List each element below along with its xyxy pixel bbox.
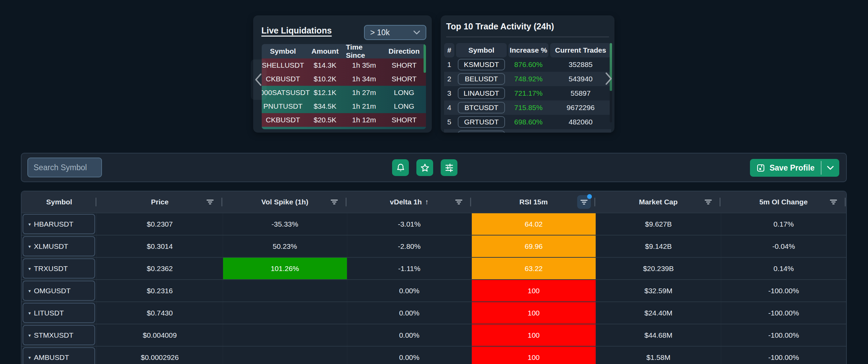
liquidation-threshold-dropdown[interactable]: > 10k	[364, 25, 426, 40]
symbol-cell[interactable]: LITUSDT	[23, 303, 95, 323]
t10-col-increase: Increase %	[508, 43, 548, 57]
live-liquidations-title: Live Liquidations	[261, 26, 332, 36]
column-header-symbol[interactable]: Symbol	[22, 191, 97, 213]
market-cap-cell: $9.627B	[596, 213, 721, 235]
toolbar-actions	[392, 159, 457, 176]
divider	[446, 37, 609, 37]
rsi-cell: 69.96	[472, 235, 596, 257]
caret-down-icon	[28, 221, 31, 227]
filter-icon[interactable]	[455, 199, 463, 205]
liq-symbol: PNUTUSDT	[262, 99, 304, 113]
liquidation-row[interactable]: CKBUSDT $10.2K 1h 34m SHORT	[262, 72, 426, 86]
liq-direction: LONG	[382, 99, 426, 113]
vol-spike-cell: -35.33%	[223, 213, 347, 235]
market-cap-cell: $9.142B	[596, 235, 721, 257]
symbol-label: XLMUSDT	[34, 242, 68, 251]
t10-increase: 715.85%	[508, 100, 548, 115]
symbol-pill[interactable]: GRTUSDT	[458, 116, 505, 128]
column-separator	[346, 198, 347, 206]
trade-activity-row: 1 KSMUSDT 876.60% 352885	[444, 57, 611, 72]
table-row[interactable]: TRXUSDT $0.2362 101.26% -1.11% 63.22 $20…	[22, 257, 846, 279]
vol-spike-cell	[223, 324, 347, 346]
liq-time: 1h 27m	[346, 86, 382, 99]
t10-increase: 698.60%	[508, 115, 548, 129]
save-profile-label: Save Profile	[769, 163, 815, 173]
save-profile-dropdown[interactable]	[821, 159, 839, 177]
symbol-pill[interactable]: KSMUSDT	[458, 59, 505, 70]
liq-time: 1h 34m	[346, 72, 382, 86]
t10-increase: 721.17%	[508, 86, 548, 100]
filter-icon[interactable]	[704, 199, 712, 205]
trade-activity-scroll-track	[610, 91, 612, 122]
favorites-button[interactable]	[416, 159, 433, 176]
column-header-vol-spike[interactable]: Vol Spike (1h)	[223, 191, 347, 213]
liquidation-row-partial	[262, 127, 426, 129]
liquidations-scrollbar[interactable]	[424, 44, 426, 73]
symbol-label: STMXUSDT	[34, 331, 74, 339]
t10-trades: 55897	[550, 86, 611, 100]
t10-col-rank: #	[444, 43, 454, 57]
save-profile-button[interactable]: Save Profile	[750, 159, 821, 177]
filter-icon[interactable]	[206, 199, 214, 205]
rsi-cell: 100	[472, 280, 596, 301]
column-separator	[221, 198, 222, 206]
liq-amount: $20.5K	[304, 113, 346, 127]
liquidation-row[interactable]: 1000SATSUSDT $12.1K 1h 27m LONG	[262, 86, 426, 99]
chevron-right-icon[interactable]	[604, 72, 613, 85]
filters-button[interactable]	[441, 159, 457, 176]
column-header-price[interactable]: Price	[97, 191, 223, 213]
t10-rank: 3	[444, 86, 454, 100]
column-separator	[470, 198, 471, 206]
symbol-pill[interactable]: BTCUSDT	[458, 102, 505, 113]
caret-down-icon	[28, 288, 31, 294]
liquidation-threshold-value: > 10k	[370, 28, 390, 37]
search-input[interactable]	[27, 158, 102, 177]
trade-activity-row: 5 GRTUSDT 698.60% 482060	[444, 115, 611, 129]
t10-rank: 2	[444, 72, 454, 86]
vdelta-cell: 0.00%	[347, 324, 472, 346]
symbol-label: TRXUSDT	[34, 265, 68, 273]
liq-symbol: SHELLUSDT	[262, 58, 304, 72]
liq-symbol: CKBUSDT	[262, 72, 304, 86]
column-header-oi-change[interactable]: 5m OI Change	[721, 191, 846, 213]
save-icon	[756, 163, 765, 173]
vdelta-cell: -3.01%	[347, 213, 472, 235]
filter-icon[interactable]	[830, 199, 837, 205]
liq-amount: $34.5K	[304, 99, 346, 113]
alerts-button[interactable]	[392, 159, 409, 176]
sort-asc-icon: ↑	[425, 198, 429, 206]
symbol-cell[interactable]: OMGUSDT	[23, 281, 95, 301]
column-header-rsi[interactable]: RSI 15m	[471, 191, 596, 213]
table-row[interactable]: XLMUSDT $0.3014 50.23% -2.80% 69.96 $9.1…	[22, 235, 846, 257]
table-row[interactable]: OMGUSDT $0.2316 0.00% 100 $32.59M -100.0…	[22, 279, 846, 301]
table-row[interactable]: STMXUSDT $0.004009 0.00% 100 $44.68M -10…	[22, 324, 846, 346]
symbol-cell[interactable]: TRXUSDT	[23, 258, 95, 279]
oi-change-cell: -100.00%	[721, 302, 846, 324]
filter-icon[interactable]	[331, 199, 338, 205]
liq-direction: SHORT	[382, 58, 426, 72]
table-row[interactable]: HBARUSDT $0.2307 -35.33% -3.01% 64.02 $9…	[22, 213, 846, 235]
filter-icon-active[interactable]	[577, 195, 591, 209]
caret-down-icon	[28, 244, 31, 249]
rsi-cell: 64.02	[472, 213, 596, 235]
liquidations-table: Symbol Amount Time Since Direction SHELL…	[262, 44, 426, 129]
liq-amount: $12.1K	[304, 86, 346, 99]
liquidation-row[interactable]: SHELLUSDT $14.3K 1h 35m SHORT	[262, 58, 426, 72]
symbol-cell[interactable]: HBARUSDT	[23, 214, 95, 234]
symbol-cell[interactable]: AMBUSDT	[23, 347, 95, 364]
symbol-pill[interactable]: BELUSDT	[458, 73, 505, 85]
liquidation-row[interactable]: CKBUSDT $20.5K 1h 12m SHORT	[262, 113, 426, 127]
symbol-label: HBARUSDT	[34, 220, 74, 228]
chevron-left-icon[interactable]	[254, 73, 263, 86]
column-header-market-cap[interactable]: Market Cap	[596, 191, 721, 213]
liquidation-row[interactable]: PNUTUSDT $34.5K 1h 21m LONG	[262, 99, 426, 113]
trading-dashboard: Live Liquidations > 10k Symbol Amount Ti…	[0, 0, 868, 364]
symbol-cell[interactable]: XLMUSDT	[23, 236, 95, 256]
trade-activity-row: 2 BELUSDT 748.92% 543940	[444, 72, 611, 86]
table-row[interactable]: LITUSDT $0.7430 0.00% 100 $24.40M -100.0…	[22, 301, 846, 324]
column-header-vdelta[interactable]: vDelta 1h ↑	[347, 191, 471, 213]
screener-table: Symbol Price Vol Spike (1h)	[21, 191, 847, 364]
table-row[interactable]: AMBUSDT $0.0002926 0.00% 100 $1.58M -100…	[22, 346, 846, 364]
symbol-pill[interactable]: LINAUSDT	[458, 87, 505, 99]
symbol-cell[interactable]: STMXUSDT	[23, 325, 95, 345]
